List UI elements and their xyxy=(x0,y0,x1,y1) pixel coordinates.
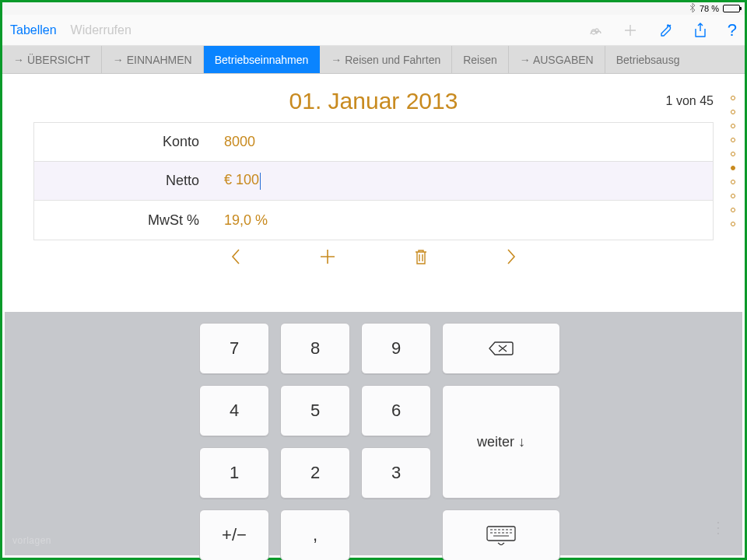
record-header: 01. Januar 2013 1 von 45 xyxy=(2,74,745,121)
numeric-keypad: 7 8 9 4 5 6 weiter ↓ 1 2 3 +/− , vorlage… xyxy=(5,312,742,555)
bluetooth-icon xyxy=(689,3,696,14)
tab-einnahmen[interactable]: → EINNAHMEN xyxy=(102,46,204,73)
help-icon[interactable]: ? xyxy=(728,20,737,40)
key-8[interactable]: 8 xyxy=(280,323,350,374)
more-menu[interactable]: ⋮ xyxy=(710,518,728,537)
key-hide-keyboard[interactable] xyxy=(442,509,560,560)
tab-reisen[interactable]: Reisen xyxy=(452,46,509,73)
next-record-button[interactable] xyxy=(506,248,517,265)
key-backspace[interactable] xyxy=(442,323,560,374)
tab-reisen-fahrten[interactable]: → Reisen und Fahrten xyxy=(320,46,452,73)
tab-ausgaben[interactable]: → AUSGABEN xyxy=(509,46,605,73)
watermark: vorlagen xyxy=(12,535,51,546)
svg-rect-0 xyxy=(487,527,515,541)
tab-betriebseinnahmen[interactable]: Betriebseinnahmen xyxy=(204,46,321,73)
plus-icon[interactable] xyxy=(623,23,637,37)
key-7[interactable]: 7 xyxy=(199,323,269,374)
key-plusminus[interactable]: +/− xyxy=(199,509,269,560)
share-icon[interactable] xyxy=(693,23,707,38)
toolbar: Tabellen Widerrufen ? xyxy=(2,15,745,46)
scroll-indicator xyxy=(731,96,735,226)
key-5[interactable]: 5 xyxy=(280,385,350,436)
mwst-row[interactable]: MwSt % 19,0 % xyxy=(34,201,713,240)
add-record-button[interactable] xyxy=(319,248,336,265)
konto-value[interactable]: 8000 xyxy=(213,134,255,150)
record-count: 1 von 45 xyxy=(666,94,714,108)
entry-form: Konto 8000 Netto € 100 MwSt % 19,0 % xyxy=(33,122,714,240)
tab-bar: → ÜBERSICHT → EINNAHMEN Betriebseinnahme… xyxy=(2,46,745,74)
netto-row[interactable]: Netto € 100 xyxy=(34,162,713,201)
key-4[interactable]: 4 xyxy=(199,385,269,436)
tab-betriebsausgaben[interactable]: Betriebsausg xyxy=(605,46,691,73)
record-actions xyxy=(2,240,745,278)
key-2[interactable]: 2 xyxy=(280,447,350,499)
wrench-icon[interactable] xyxy=(658,23,673,38)
konto-row[interactable]: Konto 8000 xyxy=(34,123,713,162)
netto-label: Netto xyxy=(34,173,213,189)
battery-icon xyxy=(723,5,740,12)
record-date: 01. Januar 2013 xyxy=(289,88,458,114)
undo-button[interactable]: Widerrufen xyxy=(71,23,132,37)
key-1[interactable]: 1 xyxy=(199,447,269,499)
key-6[interactable]: 6 xyxy=(361,385,431,436)
delete-record-button[interactable] xyxy=(414,248,428,265)
key-comma[interactable]: , xyxy=(280,509,350,560)
key-9[interactable]: 9 xyxy=(361,323,431,374)
konto-label: Konto xyxy=(34,134,213,150)
text-cursor xyxy=(260,173,261,190)
key-3[interactable]: 3 xyxy=(361,447,431,499)
key-next[interactable]: weiter ↓ xyxy=(442,385,560,499)
battery-percent: 78 % xyxy=(700,4,719,13)
tab-uebersicht[interactable]: → ÜBERSICHT xyxy=(2,46,102,73)
mwst-label: MwSt % xyxy=(34,212,213,229)
status-bar: 78 % xyxy=(2,2,745,15)
prev-record-button[interactable] xyxy=(230,248,241,265)
share-users-icon[interactable] xyxy=(587,23,603,38)
mwst-value[interactable]: 19,0 % xyxy=(213,212,268,229)
tables-button[interactable]: Tabellen xyxy=(10,23,57,37)
netto-value[interactable]: € 100 xyxy=(213,172,261,189)
